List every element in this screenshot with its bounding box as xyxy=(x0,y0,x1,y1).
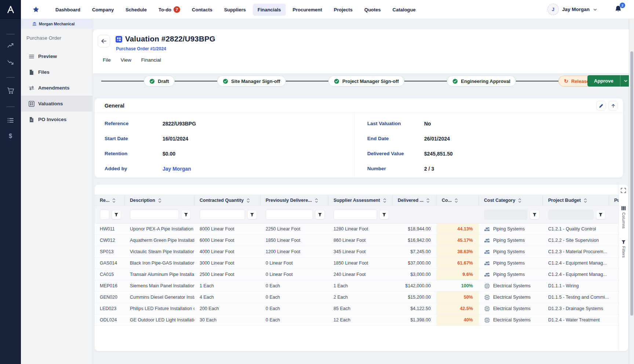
edit-button[interactable] xyxy=(596,101,606,110)
sort-icon[interactable] xyxy=(246,198,250,203)
field-label: Added by xyxy=(105,166,163,171)
workflow-step[interactable]: ↻ Draft xyxy=(144,76,174,87)
filter-funnel-button[interactable] xyxy=(530,210,539,219)
notifications-button[interactable]: 2 xyxy=(614,4,624,15)
user-menu[interactable]: J Jay Morgan xyxy=(547,4,597,15)
nav-item[interactable]: Dashboard xyxy=(51,4,85,16)
column-header[interactable]: Pu... xyxy=(609,195,619,205)
column-header[interactable]: Contracted Quantity xyxy=(194,195,260,205)
collapse-button[interactable] xyxy=(608,101,618,110)
check-circle-icon xyxy=(223,79,228,84)
notification-count-badge: 2 xyxy=(620,3,625,8)
sidebar-item[interactable]: Valuations xyxy=(21,96,93,112)
cell-supplier-assessment: 860 Linear Foot xyxy=(328,235,393,246)
filter-input[interactable] xyxy=(548,210,594,220)
dollar-icon[interactable]: $ xyxy=(0,133,21,139)
sidebar-item[interactable]: Files xyxy=(21,64,93,80)
table-row[interactable]: SP013 Victaulic Steam Pipe Installatior … xyxy=(95,246,619,258)
cell-supplier-assessment: 85 Each xyxy=(328,303,393,314)
table-row[interactable]: GEN020 Cummins Diesel Generator Insta 4 … xyxy=(95,292,619,303)
column-header[interactable]: Re... xyxy=(95,195,125,205)
breadcrumb-company[interactable]: Morgan Mechanical xyxy=(21,19,93,29)
nav-item[interactable]: Contacts xyxy=(187,4,217,16)
cell-overflow xyxy=(609,280,619,291)
table-row[interactable]: HW011 Uponor PEX-A Pipe Installation ( 8… xyxy=(95,223,619,235)
filter-input[interactable] xyxy=(100,210,109,220)
menu-item[interactable]: File xyxy=(103,57,111,63)
menu-item[interactable]: Financial xyxy=(141,57,161,63)
nav-item[interactable]: Quotes xyxy=(360,4,386,16)
filter-funnel-button[interactable] xyxy=(181,210,191,219)
nav-item[interactable]: Projects xyxy=(329,4,357,16)
trending-down-icon[interactable] xyxy=(0,59,21,66)
filter-input[interactable] xyxy=(484,210,528,220)
cell-complete-percent: 61.67% xyxy=(437,258,479,269)
nav-item[interactable]: Schedule xyxy=(121,4,152,16)
table-row[interactable]: ODL024 GE Outdoor LED Light Installatic … xyxy=(95,314,619,326)
nav-item[interactable]: To-do 7 xyxy=(154,3,185,16)
funnel-icon xyxy=(318,212,322,217)
column-header[interactable]: Description xyxy=(125,195,194,205)
sort-icon[interactable] xyxy=(383,198,387,203)
sort-icon[interactable] xyxy=(454,198,458,203)
filter-input[interactable] xyxy=(200,210,245,220)
favorites-star-icon[interactable] xyxy=(32,6,40,13)
nav-item-label: Projects xyxy=(334,7,353,12)
filter-funnel-button[interactable] xyxy=(112,210,121,219)
app-logo[interactable] xyxy=(0,0,21,19)
piping-bricks-icon xyxy=(484,226,490,232)
nav-item[interactable]: Financials xyxy=(253,4,286,16)
nav-item[interactable]: Suppliers xyxy=(219,4,251,16)
table-row[interactable]: LED023 Philips LED Fixture Installation … xyxy=(95,303,619,314)
workflow-step[interactable]: ↻ Engineering Approval xyxy=(447,76,516,87)
workflow-step[interactable]: ↻ Project Manager Sign-off xyxy=(328,76,404,87)
scrollbar-thumb[interactable] xyxy=(630,51,633,316)
sort-icon[interactable] xyxy=(518,198,522,203)
sort-icon[interactable] xyxy=(583,198,587,203)
filter-input[interactable] xyxy=(266,210,313,220)
cart-icon[interactable] xyxy=(0,87,21,95)
nav-item[interactable]: Procurement xyxy=(288,4,327,16)
nav-item[interactable]: Company xyxy=(87,4,119,16)
cell-project-budget: C1.2.4 - Equipment Manag... xyxy=(543,258,609,269)
menu-item[interactable]: View xyxy=(121,57,131,63)
filter-funnel-button[interactable] xyxy=(247,210,257,219)
workflow-connector xyxy=(101,81,144,81)
sort-icon[interactable] xyxy=(426,198,430,203)
sidebar-item[interactable]: PO Invoices xyxy=(21,112,93,127)
trending-up-icon[interactable] xyxy=(0,42,21,49)
column-header[interactable]: Cost Category xyxy=(479,195,543,205)
sort-icon[interactable] xyxy=(314,198,318,203)
sidebar-item[interactable]: Amendments xyxy=(21,80,93,96)
nav-item[interactable]: Catalogue xyxy=(388,4,420,16)
list-icon[interactable] xyxy=(0,117,21,124)
column-header[interactable]: Supplier Assessment xyxy=(328,195,393,205)
filters-panel-button[interactable]: Filters xyxy=(621,240,626,258)
filter-funnel-button[interactable] xyxy=(596,210,605,219)
filter-funnel-button[interactable] xyxy=(379,210,389,219)
approve-button[interactable]: Approve xyxy=(587,75,631,87)
sort-icon[interactable] xyxy=(112,198,116,203)
filter-input[interactable] xyxy=(334,210,377,220)
table-row[interactable]: CA015 Transair Aluminum Pipe Installat 2… xyxy=(95,269,619,280)
cell-cost-category: Piping Systems xyxy=(479,269,543,280)
cell-previously-delivered: 0 Each xyxy=(260,314,328,325)
filter-input[interactable] xyxy=(130,210,179,220)
table-row[interactable]: GAS014 Black Iron Pipe-GAS Installation … xyxy=(95,258,619,269)
general-field: Number 2 / 3 xyxy=(354,161,623,176)
column-header[interactable]: Project Budget xyxy=(543,195,609,205)
workflow-step[interactable]: ↻ Site Manager Sign-off xyxy=(217,76,286,87)
table-row[interactable]: MEP016 Siemens Main Panel Installation 1… xyxy=(95,280,619,292)
column-header[interactable]: Previously Delivere... xyxy=(260,195,328,205)
column-header[interactable]: Delivered ... xyxy=(393,195,437,205)
sidebar-item[interactable]: Preview xyxy=(21,48,93,64)
filter-funnel-button[interactable] xyxy=(315,210,325,219)
back-button[interactable] xyxy=(98,35,110,47)
expand-icon[interactable] xyxy=(620,188,627,194)
cell-description: Philips LED Fixture Installation o xyxy=(125,303,194,314)
purchase-order-link[interactable]: Purchase Order #1/2024 xyxy=(116,46,166,51)
columns-panel-button[interactable]: Columns xyxy=(621,206,626,229)
column-header[interactable]: Co... xyxy=(437,195,479,205)
sort-icon[interactable] xyxy=(158,198,162,203)
table-row[interactable]: CW012 Aquatherm Green Pipe Installati 60… xyxy=(95,235,619,246)
